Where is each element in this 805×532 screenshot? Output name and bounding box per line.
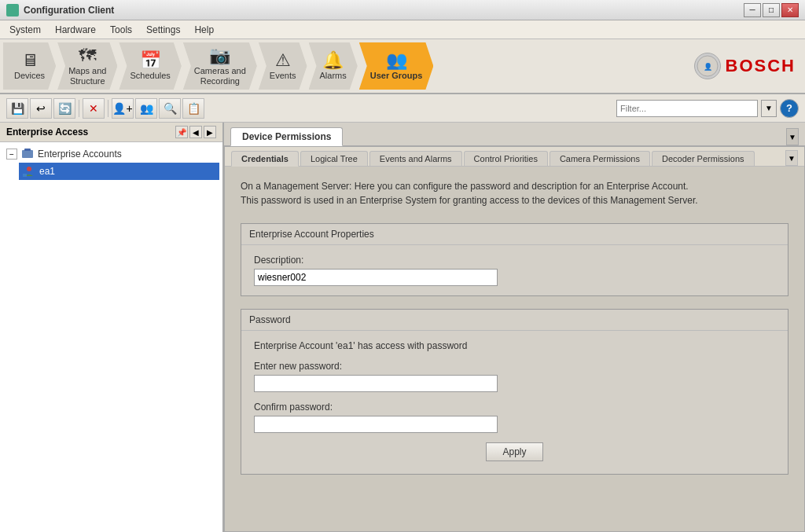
separator-1 — [79, 100, 79, 117]
menu-help[interactable]: Help — [188, 23, 220, 37]
panel-header: Enterprise Access 📌 ◀ ▶ — [0, 123, 222, 142]
app-title: Configuration Client — [24, 5, 114, 16]
filter-input[interactable] — [616, 100, 758, 117]
separator-2 — [108, 100, 108, 117]
close-button[interactable]: ✕ — [781, 3, 799, 17]
save-button[interactable]: 💾 — [6, 98, 28, 119]
undo-button[interactable]: ↩ — [30, 98, 52, 119]
menu-settings[interactable]: Settings — [140, 23, 186, 37]
nav-maps[interactable]: 🗺 Maps andStructure — [57, 42, 117, 90]
enterprise-account-properties-group: Enterprise Account Properties Descriptio… — [241, 223, 788, 296]
delete-button[interactable]: ✕ — [83, 98, 105, 119]
panel-pin-button[interactable]: 📌 — [175, 126, 188, 138]
tree-expand-icon[interactable]: − — [6, 149, 17, 160]
nav-schedules[interactable]: 📅 Schedules — [119, 42, 181, 90]
action-buttons: 💾 ↩ 🔄 ✕ 👤+ 👥 🔍 📋 — [6, 98, 204, 119]
description-input[interactable] — [254, 269, 498, 286]
apply-button[interactable]: Apply — [486, 442, 542, 461]
main-area: Enterprise Access 📌 ◀ ▶ − Enterprise Acc… — [0, 123, 805, 532]
tab-logical-tree[interactable]: Logical Tree — [300, 151, 368, 166]
title-bar: Configuration Client ─ □ ✕ — [0, 0, 805, 20]
tab-control-priorities[interactable]: Control Priorities — [464, 151, 548, 166]
enterprise-accounts-icon — [20, 147, 35, 161]
nav-buttons: 🖥 Devices 🗺 Maps andStructure 📅 Schedule… — [3, 39, 435, 93]
password-group-content: Enterprise Account 'ea1' has access with… — [241, 331, 788, 474]
menu-tools[interactable]: Tools — [104, 23, 138, 37]
schedules-icon: 📅 — [140, 50, 161, 71]
action-toolbar: 💾 ↩ 🔄 ✕ 👤+ 👥 🔍 📋 ▼ ? — [0, 94, 805, 123]
panel-header-controls: 📌 ◀ ▶ — [175, 126, 216, 138]
new-password-label: Enter new password: — [254, 361, 775, 372]
tab-credentials[interactable]: Credentials — [231, 151, 299, 167]
filter-dropdown-button[interactable]: ▼ — [761, 100, 777, 117]
events-icon: ⚠ — [275, 50, 291, 71]
nav-alarms[interactable]: 🔔 Alarms — [309, 42, 358, 90]
right-panel: Device Permissions ▼ Credentials Logical… — [224, 123, 805, 532]
section-tab-more-button[interactable]: ▼ — [786, 128, 799, 145]
cameras-icon: 📷 — [209, 46, 230, 66]
panel-title: Enterprise Access — [6, 127, 88, 138]
title-bar-controls: ─ □ ✕ — [744, 3, 799, 17]
nav-toolbar: 🖥 Devices 🗺 Maps andStructure 📅 Schedule… — [0, 39, 805, 94]
panel-next-button[interactable]: ▶ — [204, 126, 216, 138]
menu-bar: System Hardware Tools Settings Help — [0, 20, 805, 39]
refresh-button[interactable]: 🔄 — [53, 98, 75, 119]
maximize-button[interactable]: □ — [763, 3, 780, 17]
nav-alarms-label: Alarms — [320, 71, 347, 81]
sub-tab-bar: Credentials Logical Tree Events and Alar… — [225, 147, 804, 167]
nav-maps-label: Maps andStructure — [68, 66, 106, 86]
new-password-input[interactable] — [254, 375, 498, 392]
filter-box: ▼ ? — [616, 99, 799, 118]
password-group-title: Password — [241, 310, 788, 331]
tree-root-item[interactable]: − Enterprise Accounts — [3, 145, 219, 163]
ea1-icon — [22, 164, 36, 178]
add-group-button[interactable]: 👥 — [135, 98, 157, 119]
svg-text:👤: 👤 — [703, 62, 712, 72]
find-button[interactable]: 🔍 — [159, 98, 181, 119]
content-body: On a Management Server: Here you can con… — [225, 167, 804, 531]
tab-device-permissions[interactable]: Device Permissions — [230, 127, 343, 146]
help-button[interactable]: ? — [780, 99, 799, 118]
svg-rect-5 — [23, 174, 27, 177]
nav-cameras-label: Cameras andRecording — [194, 66, 246, 86]
description-label: Description: — [254, 255, 775, 266]
confirm-password-input[interactable] — [254, 416, 498, 433]
alarms-icon: 🔔 — [322, 50, 344, 71]
info-text-line1: On a Management Server: Here you can con… — [241, 179, 788, 193]
password-group: Password Enterprise Account 'ea1' has ac… — [241, 309, 788, 475]
svg-point-4 — [27, 167, 31, 171]
nav-usergroups[interactable]: 👥 User Groups — [359, 42, 434, 90]
menu-hardware[interactable]: Hardware — [49, 23, 102, 37]
enterprise-account-properties-title: Enterprise Account Properties — [241, 224, 788, 245]
info-text-line2: This password is used in an Enterprise S… — [241, 193, 788, 207]
tree-area: − Enterprise Accounts — [0, 142, 222, 532]
confirm-password-row: Confirm password: — [254, 402, 775, 433]
devices-icon: 🖥 — [21, 50, 39, 71]
nav-events-label: Events — [270, 71, 296, 81]
title-bar-left: Configuration Client — [6, 4, 114, 17]
svg-rect-3 — [24, 149, 31, 151]
nav-usergroups-label: User Groups — [370, 71, 423, 81]
tree-child-area: ea1 — [19, 163, 219, 180]
tree-ea1-item[interactable]: ea1 — [19, 163, 219, 180]
add-user-button[interactable]: 👤+ — [112, 98, 134, 119]
panel-prev-button[interactable]: ◀ — [189, 126, 202, 138]
nav-cameras[interactable]: 📷 Cameras andRecording — [183, 42, 257, 90]
tab-camera-permissions[interactable]: Camera Permissions — [550, 151, 650, 166]
nav-devices[interactable]: 🖥 Devices — [3, 42, 56, 90]
nav-schedules-label: Schedules — [130, 71, 170, 81]
sub-tab-more-button[interactable]: ▼ — [785, 150, 798, 166]
usergroups-icon: 👥 — [386, 50, 407, 71]
left-panel: Enterprise Access 📌 ◀ ▶ − Enterprise Acc… — [0, 123, 224, 532]
minimize-button[interactable]: ─ — [744, 3, 761, 17]
bosch-logo: 👤 BOSCH — [694, 53, 802, 79]
tab-decoder-permissions[interactable]: Decoder Permissions — [652, 151, 755, 166]
menu-system[interactable]: System — [3, 23, 47, 37]
bosch-icon: 👤 — [694, 53, 721, 79]
password-info-text: Enterprise Account 'ea1' has access with… — [254, 340, 775, 351]
nav-events[interactable]: ⚠ Events — [259, 42, 307, 90]
nav-devices-label: Devices — [14, 71, 45, 81]
enterprise-accounts-label: Enterprise Accounts — [38, 149, 122, 160]
tab-events-alarms[interactable]: Events and Alarms — [369, 151, 462, 166]
copy-button[interactable]: 📋 — [182, 98, 204, 119]
